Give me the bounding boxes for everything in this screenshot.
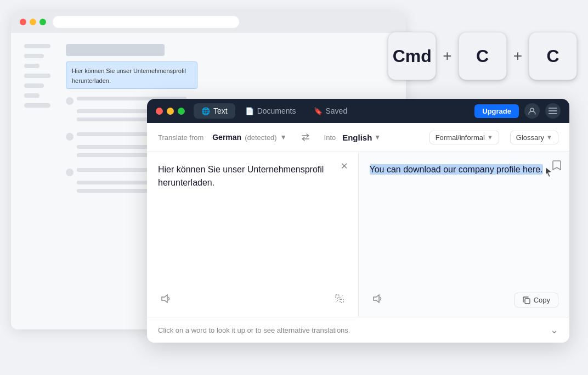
swap-languages-button[interactable] xyxy=(298,130,313,145)
user-icon[interactable] xyxy=(524,103,540,119)
background-highlight-text: Hier können Sie unser Unternehmensprofil… xyxy=(72,68,186,84)
source-panel[interactable]: Hier können Sie unser Unternehmensprofil… xyxy=(147,152,359,317)
titlebar-tabs: 🌐 Text 📄 Documents 🔖 Saved xyxy=(194,103,474,119)
bottom-chevron-icon[interactable]: ⌄ xyxy=(550,324,558,336)
menu-icon[interactable] xyxy=(545,103,561,119)
translate-from-label: Translate from xyxy=(158,133,203,142)
upgrade-button[interactable]: Upgrade xyxy=(474,104,519,118)
svg-marker-7 xyxy=(374,295,379,303)
traffic-light-green[interactable] xyxy=(178,108,185,115)
target-language-selector[interactable]: Into English ▼ xyxy=(324,133,381,142)
source-lang-name: German xyxy=(212,133,241,142)
clear-source-button[interactable]: ✕ xyxy=(338,160,350,172)
source-lang-chevron-icon: ▼ xyxy=(280,133,287,141)
bottom-bar: Click on a word to look it up or to see … xyxy=(147,317,569,343)
target-speaker-icon[interactable] xyxy=(370,291,385,309)
background-highlight-box: Hier können Sie unser Unternehmensprofil… xyxy=(66,61,197,89)
translated-highlight: You can download our company profile her… xyxy=(370,164,543,175)
copy-button[interactable]: Copy xyxy=(514,293,558,307)
bookmark-translation-button[interactable] xyxy=(552,160,562,173)
tab-saved[interactable]: 🔖 Saved xyxy=(306,103,355,119)
bookmark-tab-icon: 🔖 xyxy=(314,107,323,115)
traffic-light-yellow[interactable] xyxy=(167,108,174,115)
traffic-light-red[interactable] xyxy=(156,108,163,115)
traffic-lights xyxy=(156,108,185,115)
c-key-1: C xyxy=(459,32,507,80)
deepl-titlebar: 🌐 Text 📄 Documents 🔖 Saved Upgrade xyxy=(147,99,569,123)
browser-url-bar xyxy=(53,16,239,28)
translated-text: You can download our company profile her… xyxy=(370,163,559,176)
glossary-label: Glossary xyxy=(516,133,544,142)
plus-sign-2: + xyxy=(513,47,522,65)
svg-point-0 xyxy=(530,108,534,111)
svg-rect-2 xyxy=(549,110,557,111)
deepl-window: 🌐 Text 📄 Documents 🔖 Saved Upgrade xyxy=(147,99,569,343)
svg-rect-6 xyxy=(340,299,343,303)
source-text: Hier können Sie unser Unternehmensprofil… xyxy=(158,163,347,189)
svg-rect-3 xyxy=(549,113,557,114)
background-sidebar xyxy=(24,44,57,197)
tab-text[interactable]: 🌐 Text xyxy=(194,103,235,119)
source-speaker-icon[interactable] xyxy=(158,291,173,309)
tab-text-label: Text xyxy=(213,107,228,115)
tab-saved-label: Saved xyxy=(326,107,348,115)
formality-label: Formal/informal xyxy=(436,133,485,142)
tab-documents[interactable]: 📄 Documents xyxy=(238,103,304,119)
bottom-hint-text: Click on a word to look it up or to see … xyxy=(158,326,350,334)
into-label: Into xyxy=(324,133,336,142)
detected-label: (detected) xyxy=(245,133,277,142)
tab-documents-label: Documents xyxy=(257,107,296,115)
cmd-key: Cmd xyxy=(388,32,436,80)
svg-rect-1 xyxy=(549,108,557,109)
formality-selector[interactable]: Formal/informal ▼ xyxy=(429,131,499,144)
target-panel: You can download our company profile her… xyxy=(359,152,570,317)
document-icon: 📄 xyxy=(245,107,254,115)
c-key-2: C xyxy=(529,32,577,80)
glossary-chevron-icon: ▼ xyxy=(546,134,552,141)
target-lang-chevron-icon: ▼ xyxy=(374,133,381,141)
target-lang-name: English xyxy=(342,133,372,142)
svg-rect-8 xyxy=(525,299,530,304)
copy-label: Copy xyxy=(534,296,550,304)
source-language-selector[interactable]: Translate from German (detected) ▼ xyxy=(158,133,287,142)
expand-source-icon[interactable] xyxy=(332,291,347,309)
svg-rect-5 xyxy=(336,295,339,298)
translator-header: Translate from German (detected) ▼ Into … xyxy=(147,123,569,152)
translation-panels: Hier können Sie unser Unternehmensprofil… xyxy=(147,152,569,317)
plus-sign-1: + xyxy=(443,47,451,65)
titlebar-right: Upgrade xyxy=(474,103,561,119)
browser-titlebar xyxy=(11,11,406,33)
cursor-indicator xyxy=(545,165,551,172)
keyboard-shortcut-hint: Cmd + C + C xyxy=(388,32,577,80)
glossary-selector[interactable]: Glossary ▼ xyxy=(510,131,558,144)
svg-marker-4 xyxy=(162,295,167,303)
formality-chevron-icon: ▼ xyxy=(487,134,493,141)
globe-icon: 🌐 xyxy=(201,107,210,115)
